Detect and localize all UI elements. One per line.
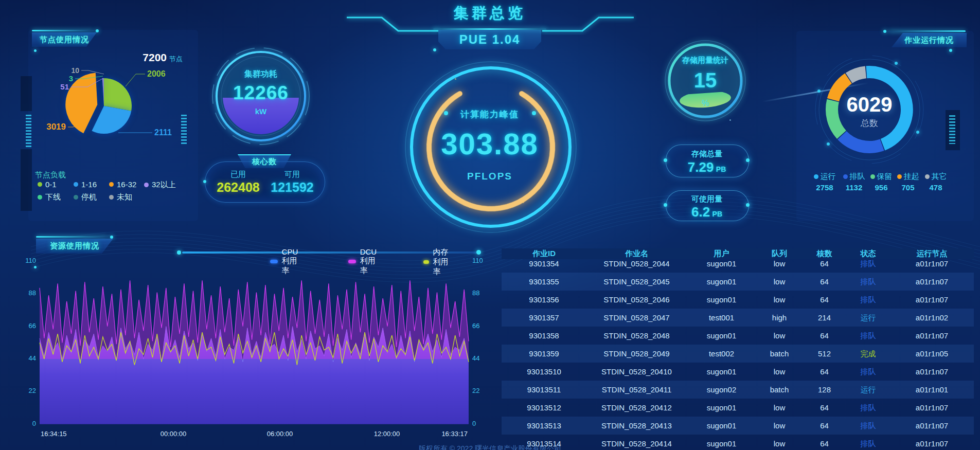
pie-slice-1-16 xyxy=(92,106,131,134)
zigzag-line xyxy=(347,17,438,31)
jobs-legend: 运行2758排队1132保留956挂起705其它478 xyxy=(808,172,962,197)
x-tick: 06:00:00 xyxy=(257,430,303,438)
pie-callout-value: 10 xyxy=(71,66,79,75)
compute-value: 303.88 xyxy=(413,127,567,161)
donut-segment-排队 xyxy=(838,131,884,153)
pue-dot xyxy=(433,48,436,51)
table-header-作业名[interactable]: 作业名 xyxy=(586,249,687,259)
table-cell-作业名: STDIN_0528_20414 xyxy=(586,435,687,450)
table-cell-队列: low xyxy=(756,435,803,450)
table-row: 93013514STDIN_0528_20414sugon01low64排队a0… xyxy=(502,435,974,450)
resource-header-line xyxy=(36,236,108,238)
jobs-legend-row: 挂起 xyxy=(897,172,919,182)
node-legend: 0-11-1616-3232以上下线停机未知 xyxy=(31,179,190,206)
cores-panel-dot xyxy=(203,180,206,183)
table-cell-运行节点: a01r1n01 xyxy=(890,381,974,399)
table-cell-队列: low xyxy=(756,259,803,273)
jobs-legend-item-运行[interactable]: 运行2758 xyxy=(808,172,841,192)
jobs-barcode xyxy=(949,115,955,144)
table-cell-作业名: STDIN_0528_2048 xyxy=(586,327,687,345)
table-cell-用户: test002 xyxy=(687,345,756,363)
legend-value: 1132 xyxy=(846,183,863,192)
legend-dot xyxy=(870,174,875,179)
table-cell-用户: sugon01 xyxy=(687,273,756,291)
table-header-作业ID[interactable]: 作业ID xyxy=(502,249,586,259)
legend-dot xyxy=(925,174,930,179)
table-row: 9301354STDIN_0528_2044sugon01low64排队a01r… xyxy=(502,259,974,273)
table-cell-用户: test001 xyxy=(687,309,756,327)
y-tick-right: 0 xyxy=(472,420,500,427)
table-cell-运行节点: a01r1n07 xyxy=(890,259,974,273)
legend-label: 运行 xyxy=(821,172,836,182)
table-cell-作业名: STDIN_0528_20412 xyxy=(586,399,687,417)
compute-unit: PFLOPS xyxy=(438,171,541,182)
table-cell-核数: 64 xyxy=(803,417,846,435)
table-cell-状态: 排队 xyxy=(846,327,890,345)
table-cell-用户: sugon01 xyxy=(687,327,756,345)
table-header-核数[interactable]: 核数 xyxy=(803,249,846,259)
resource-panel-header-label: 资源使用情况 xyxy=(50,241,99,251)
table-rows: 9301354STDIN_0528_2044sugon01low64排队a01r… xyxy=(502,259,974,450)
table-cell-用户: sugon01 xyxy=(687,435,756,450)
jobs-legend-row: 保留 xyxy=(870,172,893,182)
table-cell-状态: 运行 xyxy=(846,309,890,327)
jobs-panel-header-label: 作业运行情况 xyxy=(904,35,954,45)
jobs-legend-row: 其它 xyxy=(925,172,947,182)
node-legend-item-16-32[interactable]: 16-32 xyxy=(109,180,136,189)
node-legend-item-1-16[interactable]: 1-16 xyxy=(74,180,97,189)
pue-value: PUE 1.04 xyxy=(459,32,521,47)
table-cell-运行节点: a01r1n07 xyxy=(890,417,974,435)
table-row: 93013513STDIN_0528_20413sugon01low64排队a0… xyxy=(502,417,974,435)
node-panel-header: 节点使用情况 xyxy=(32,32,97,47)
table-cell-核数: 64 xyxy=(803,259,846,273)
node-legend-item-停机[interactable]: 停机 xyxy=(74,192,97,202)
storage-total-label: 存储总量 xyxy=(666,149,748,159)
node-legend-item-32以上[interactable]: 32以上 xyxy=(144,180,176,190)
table-cell-状态: 排队 xyxy=(846,259,890,273)
table-cell-作业名: STDIN_0528_2046 xyxy=(586,291,687,309)
table-cell-作业ID: 9301359 xyxy=(502,345,586,363)
node-legend-item-下线[interactable]: 下线 xyxy=(38,192,61,202)
table-cell-作业名: STDIN_0528_2047 xyxy=(586,309,687,327)
y-tick-right: 44 xyxy=(472,354,500,362)
table-cell-运行节点: a01r1n07 xyxy=(890,273,974,291)
node-legend-item-未知[interactable]: 未知 xyxy=(109,192,132,202)
table-cell-作业名: STDIN_0528_20413 xyxy=(586,417,687,435)
table-cell-作业ID: 93013510 xyxy=(502,363,586,381)
table-cell-作业ID: 93013514 xyxy=(502,435,586,450)
y-tick-right: 22 xyxy=(472,387,500,394)
y-tick-left: 22 xyxy=(8,387,36,394)
table-header-队列[interactable]: 队列 xyxy=(756,249,803,259)
table-cell-作业ID: 93013511 xyxy=(502,381,586,399)
table-cell-运行节点: a01r1n07 xyxy=(890,291,974,309)
title-decor-left xyxy=(344,10,441,35)
table-cell-队列: low xyxy=(756,399,803,417)
cores-header: 核心数 xyxy=(238,154,291,168)
donut-decor-dot xyxy=(827,142,830,146)
node-legend-item-0-1[interactable]: 0-1 xyxy=(38,180,57,189)
table-cell-状态: 排队 xyxy=(846,273,890,291)
table-cell-状态: 排队 xyxy=(846,399,890,417)
table-cell-核数: 64 xyxy=(803,291,846,309)
donut-decor-dot xyxy=(895,62,898,65)
table-cell-作业ID: 93013513 xyxy=(502,417,586,435)
table-cell-运行节点: a01r1n07 xyxy=(890,327,974,345)
table-cell-用户: sugon01 xyxy=(687,259,756,273)
table-header-运行节点[interactable]: 运行节点 xyxy=(890,249,974,259)
table-viewport[interactable]: 9301354STDIN_0528_2044sugon01low64排队a01r… xyxy=(502,259,974,450)
table-cell-用户: sugon01 xyxy=(687,363,756,381)
table-cell-状态: 完成 xyxy=(846,345,890,363)
y-tick-left: 44 xyxy=(8,354,36,362)
y-tick-right: 66 xyxy=(472,322,500,330)
donut-decor-dot xyxy=(817,89,821,93)
y-tick-left: 0 xyxy=(8,420,36,427)
table-header-状态[interactable]: 状态 xyxy=(846,249,890,259)
resource-line-dot-l xyxy=(177,250,181,255)
legend-dot xyxy=(109,182,114,187)
pie-slice-0-1 xyxy=(104,78,132,111)
left-notch xyxy=(21,149,32,211)
cores-free-value: 121592 xyxy=(266,180,318,195)
jobs-legend-item-其它[interactable]: 其它478 xyxy=(919,172,952,192)
table-cell-用户: sugon01 xyxy=(687,399,756,417)
table-header-用户[interactable]: 用户 xyxy=(687,249,756,259)
